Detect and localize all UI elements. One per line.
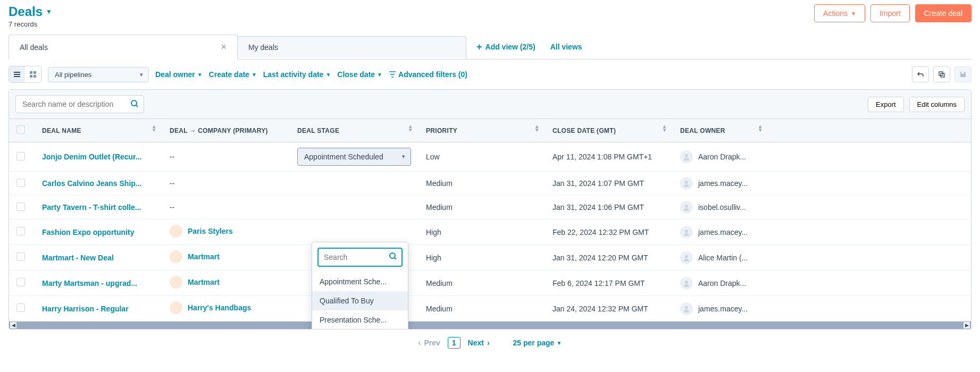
company-cell: -- — [170, 179, 174, 188]
row-checkbox[interactable] — [16, 179, 25, 187]
close-icon[interactable]: × — [221, 41, 227, 53]
chevron-down-icon: ▼ — [252, 72, 257, 78]
plus-icon: + — [476, 41, 482, 53]
per-page-select[interactable]: 25 per page ▼ — [513, 339, 562, 347]
table-row: Jonjo Denim Outlet (Recur...--Appointmen… — [9, 142, 971, 172]
all-views-link[interactable]: All views — [550, 43, 582, 51]
chevron-down-icon: ▼ — [377, 72, 382, 78]
deal-name-link[interactable]: Carlos Calvino Jeans Ship... — [42, 179, 142, 188]
priority-cell: Medium — [418, 196, 545, 219]
scroll-left-icon[interactable]: ◀ — [10, 322, 16, 328]
user-avatar-icon — [680, 302, 693, 315]
deal-name-link[interactable]: Harry Harrison - Regular — [42, 305, 129, 313]
tab-my-deals[interactable]: My deals — [237, 36, 466, 58]
chevron-down-icon: ▼ — [46, 8, 52, 15]
svg-point-4 — [685, 181, 688, 184]
chevron-left-icon: ‹ — [418, 339, 421, 347]
close-date-filter[interactable]: Close date▼ — [337, 70, 382, 79]
row-checkbox[interactable] — [16, 152, 25, 160]
column-priority[interactable]: PRIORITY▲▼ — [418, 119, 545, 142]
next-page-button[interactable]: Next› — [468, 339, 490, 347]
row-checkbox[interactable] — [16, 278, 25, 286]
column-owner[interactable]: DEAL OWNER▲▼ — [673, 119, 768, 142]
add-view-link[interactable]: +Add view (2/5) — [476, 41, 535, 53]
deal-owner-filter[interactable]: Deal owner▼ — [155, 70, 203, 79]
search-icon — [389, 252, 397, 263]
save-button[interactable] — [954, 66, 971, 82]
horizontal-scrollbar[interactable]: ◀ ▶ — [9, 322, 971, 329]
dropdown-option[interactable]: Appointment Sche... — [312, 272, 408, 291]
svg-point-10 — [390, 253, 395, 258]
column-stage[interactable]: DEAL STAGE▲▼ — [290, 119, 418, 142]
owner-cell: Alice Martin (... — [680, 251, 748, 264]
deal-name-link[interactable]: Jonjo Denim Outlet (Recur... — [42, 153, 141, 161]
row-checkbox[interactable] — [16, 252, 25, 261]
deal-name-link[interactable]: Marty Martsman - upgrad... — [42, 279, 137, 288]
company-cell[interactable]: Martmart — [170, 276, 220, 289]
board-view-button[interactable] — [25, 66, 41, 82]
table-row: Fashion Expo opportunityParis StylersHig… — [9, 219, 971, 245]
close-date-cell: Feb 6, 2024 12:17 PM GMT — [545, 270, 673, 296]
priority-cell: Low — [418, 142, 545, 172]
owner-cell: james.macey... — [680, 177, 748, 190]
dropdown-option[interactable]: Presentation Sche... — [312, 310, 408, 329]
scroll-right-icon[interactable]: ▶ — [964, 322, 970, 328]
company-avatar — [170, 225, 182, 238]
export-button[interactable]: Export — [868, 97, 904, 112]
advanced-filters-link[interactable]: Advanced filters (0) — [389, 70, 467, 79]
undo-button[interactable] — [912, 66, 929, 82]
user-avatar-icon — [680, 251, 693, 264]
page-title[interactable]: Deals▼ — [9, 4, 52, 19]
column-close-date[interactable]: CLOSE DATE (GMT)▲▼ — [545, 119, 673, 142]
prev-page-button[interactable]: ‹Prev — [418, 339, 440, 347]
pipeline-select[interactable]: All pipelines — [48, 67, 149, 82]
actions-button[interactable]: Actions▼ — [814, 4, 865, 22]
search-icon — [130, 99, 139, 110]
chevron-down-icon: ▼ — [325, 72, 331, 78]
last-activity-filter[interactable]: Last activity date▼ — [263, 70, 331, 79]
company-cell[interactable]: Martmart — [170, 250, 220, 263]
user-avatar-icon — [680, 201, 693, 214]
user-avatar-icon — [680, 277, 693, 290]
chevron-right-icon: › — [487, 339, 490, 347]
tab-all-deals[interactable]: All deals× — [9, 35, 238, 60]
svg-point-2 — [131, 100, 137, 106]
column-company[interactable]: DEAL → COMPANY (PRIMARY) — [162, 119, 290, 142]
table-row: Harry Harrison - RegularHarry's Handbags… — [9, 296, 971, 322]
page-number[interactable]: 1 — [448, 337, 460, 349]
deal-stage-select[interactable]: Appointment Scheduled — [297, 148, 411, 166]
company-cell[interactable]: Harry's Handbags — [170, 301, 251, 314]
close-date-cell: Apr 11, 2024 1:08 PM GMT+1 — [545, 142, 673, 172]
svg-point-8 — [685, 281, 688, 284]
copy-button[interactable] — [933, 66, 950, 82]
chevron-down-icon: ▼ — [851, 11, 856, 16]
chevron-down-icon: ▼ — [197, 72, 203, 78]
svg-point-7 — [685, 255, 688, 258]
owner-cell: isobel.osulliv... — [680, 201, 746, 214]
stage-dropdown: Appointment Sche...Qualified To BuyPrese… — [312, 242, 408, 329]
priority-cell: High — [418, 245, 545, 270]
list-view-button[interactable] — [9, 66, 25, 82]
import-button[interactable]: Import — [870, 4, 910, 22]
edit-columns-button[interactable]: Edit columns — [909, 97, 965, 112]
search-input[interactable] — [15, 95, 144, 113]
row-checkbox[interactable] — [16, 303, 25, 312]
user-avatar-icon — [680, 177, 693, 190]
deal-name-link[interactable]: Martmart - New Deal — [42, 253, 114, 262]
select-all-checkbox[interactable] — [16, 125, 25, 134]
priority-cell: Medium — [418, 172, 545, 196]
close-date-cell: Feb 22, 2024 12:32 PM GMT — [545, 219, 673, 245]
deal-name-link[interactable]: Fashion Expo opportunity — [42, 228, 134, 236]
column-deal-name[interactable]: DEAL NAME▲▼ — [35, 119, 162, 142]
close-date-cell: Jan 31, 2024 1:07 PM GMT — [545, 172, 673, 196]
create-deal-button[interactable]: Create deal — [915, 4, 971, 22]
row-checkbox[interactable] — [16, 227, 25, 235]
deal-name-link[interactable]: Party Tavern - T-shirt colle... — [42, 203, 141, 212]
table-row: Martmart - New DealMartmartHighJan 31, 2… — [9, 245, 971, 270]
company-cell: -- — [170, 203, 174, 212]
company-cell[interactable]: Paris Stylers — [170, 225, 233, 238]
create-date-filter[interactable]: Create date▼ — [209, 70, 257, 79]
row-checkbox[interactable] — [16, 202, 25, 211]
dropdown-option[interactable]: Qualified To Buy — [312, 291, 408, 310]
user-avatar-icon — [680, 150, 693, 163]
